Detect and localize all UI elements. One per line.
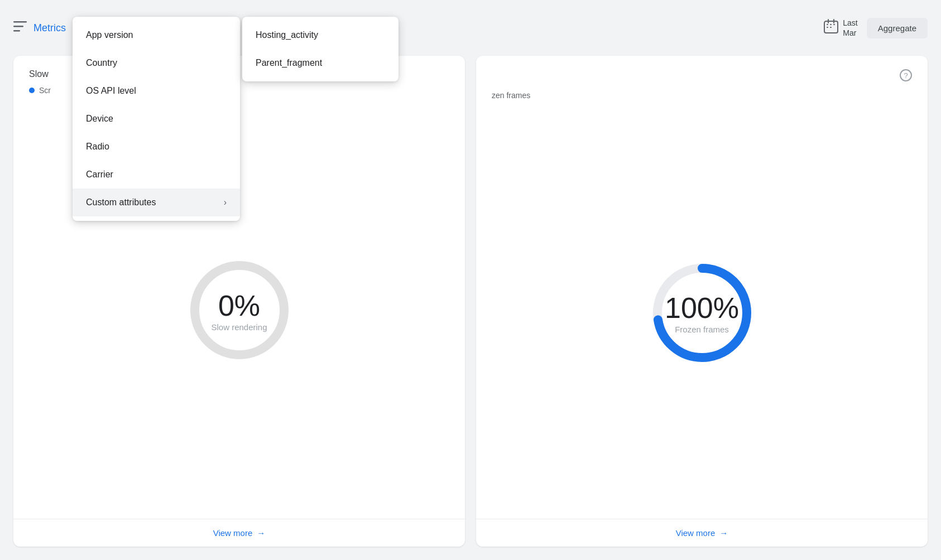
frozen-frames-card: ? zen frames 100% Frozen frames [476,56,928,547]
dropdown-main-panel: App version Country OS API level Device … [73,17,240,221]
card1-center: 0% Slow rendering [211,289,267,332]
card2-body: 100% Frozen frames [476,107,928,519]
card2-view-more[interactable]: View more → [676,528,728,538]
aggregate-button[interactable]: Aggregate [867,18,928,38]
card2-center: 100% Frozen frames [665,291,739,334]
filter-area: Metrics [13,21,66,35]
card1-footer: View more → [13,519,465,547]
card2-header-area: ? [476,56,928,91]
metrics-label: Metrics [33,22,66,34]
dropdown-panels-row: App version Country OS API level Device … [73,17,399,221]
date-label: Last Mar [843,18,857,38]
dropdown-item-device[interactable]: Device [73,105,240,133]
card1-view-more[interactable]: View more → [213,528,266,538]
dropdown-item-country[interactable]: Country [73,49,240,77]
card1-percent: 0% [218,289,260,322]
card1-dot [29,88,35,93]
svg-rect-1 [13,26,23,27]
svg-rect-0 [13,21,27,23]
dropdown-item-app-version[interactable]: App version [73,21,240,49]
card2-label-row: zen frames [476,91,928,107]
card1-subtitle: Scr [39,86,51,95]
dropdown-sub-panel: Hosting_activity Parent_fragment [242,17,399,81]
card2-percent: 100% [665,291,739,325]
sub-item-parent-fragment[interactable]: Parent_fragment [242,49,399,77]
dropdown-item-carrier[interactable]: Carrier [73,161,240,189]
help-icon: ? [900,69,912,84]
card1-donut: 0% Slow rendering [184,254,295,366]
calendar-icon [824,19,838,37]
svg-rect-6 [833,24,835,25]
dropdown-item-os-api-level[interactable]: OS API level [73,77,240,105]
svg-rect-8 [830,27,832,28]
top-right-area: Last Mar Aggregate [824,18,928,38]
card1-label: Slow rendering [211,322,267,332]
sub-item-hosting-activity[interactable]: Hosting_activity [242,21,399,49]
card2-footer: View more → [476,519,928,547]
svg-rect-7 [827,27,828,28]
svg-text:?: ? [904,71,908,80]
calendar-area: Last Mar [824,18,857,38]
svg-rect-2 [13,30,20,32]
card2-donut: 100% Frozen frames [646,257,758,369]
card2-subtitle: zen frames [492,91,530,100]
card2-label: Frozen frames [675,325,729,334]
filter-icon[interactable] [13,21,27,35]
dropdown-item-custom-attributes[interactable]: Custom attributes › [73,189,240,216]
svg-rect-4 [827,24,828,25]
chevron-right-icon: › [224,197,227,207]
dropdown-item-radio[interactable]: Radio [73,133,240,161]
dropdown-overlay: App version Country OS API level Device … [73,17,399,221]
svg-rect-5 [830,24,832,25]
